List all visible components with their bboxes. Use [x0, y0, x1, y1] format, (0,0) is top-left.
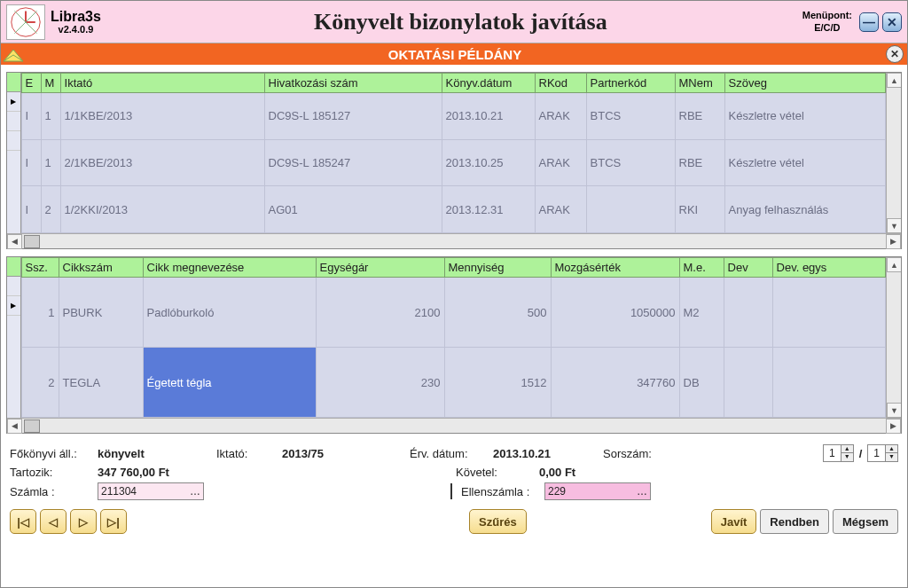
item-grid[interactable]: Ssz. Cikkszám Cikk megnevezése Egységár … — [21, 257, 886, 418]
document-grid[interactable]: E M Iktató Hivatkozási szám Könyv.dátum … — [21, 73, 886, 233]
fkonyv-value: könyvelt — [98, 447, 213, 460]
iktato-value: 2013/75 — [282, 447, 406, 460]
window-title: Könyvelt bizonylatok javítása — [119, 9, 802, 35]
col-devegy[interactable]: Dev. egys — [772, 258, 885, 278]
app-version: v2.4.0.9 — [51, 24, 101, 35]
horizontal-scrollbar[interactable]: ◀ ▶ — [7, 233, 901, 248]
col-m[interactable]: M — [41, 74, 60, 93]
titlebar: Libra3s v2.4.0.9 Könyvelt bizonylatok ja… — [1, 1, 907, 43]
table-row[interactable]: I11/1KBE/2013DC9S-L 1851272013.10.21ARAK… — [21, 93, 885, 140]
col-dev[interactable]: Dev — [724, 258, 772, 278]
kovetel-label: Követel: — [456, 466, 536, 479]
col-ssz[interactable]: Ssz. — [21, 258, 59, 278]
table-row[interactable]: 1PBURKPadlóburkoló21005001050000M2 — [21, 278, 885, 348]
envelope-icon[interactable] — [3, 45, 24, 63]
szamla-input[interactable]: 211304 — [98, 482, 204, 500]
table-row[interactable]: 2TEGLAÉgetett tégla2301512347760DB — [21, 348, 885, 418]
banner-close-button[interactable]: ✕ — [886, 45, 904, 63]
footer-buttons: |◁ ◁ ▷ ▷| Szűrés Javít Rendben Mégsem — [6, 509, 902, 537]
status-area: Főkönyvi áll.: könyvelt Iktató: 2013/75 … — [6, 439, 902, 506]
fkonyv-label: Főkönyvi áll.: — [10, 447, 94, 460]
vertical-scrollbar[interactable]: ▲ ▼ — [886, 257, 901, 418]
col-menny[interactable]: Mennyiség — [444, 258, 551, 278]
col-datum[interactable]: Könyv.dátum — [442, 74, 535, 93]
close-button[interactable]: ✕ — [882, 12, 902, 32]
nav-last-button[interactable]: ▷| — [100, 509, 127, 534]
brand: Libra3s v2.4.0.9 — [51, 9, 101, 35]
item-grid-panel: Ssz. Cikkszám Cikk megnevezése Egységár … — [6, 256, 902, 434]
app-logo — [6, 4, 45, 40]
col-rkod[interactable]: RKod — [535, 74, 586, 93]
nav-prev-button[interactable]: ◁ — [40, 509, 67, 534]
col-egysegar[interactable]: Egységár — [316, 258, 444, 278]
ellenszamla-label: Ellenszámla : — [461, 485, 541, 498]
tartozik-value: 347 760,00 Ft — [98, 466, 452, 479]
row-selector-col[interactable] — [7, 73, 21, 233]
vertical-scrollbar[interactable]: ▲ ▼ — [886, 73, 901, 233]
sorszam-label: Sorszám: — [603, 447, 674, 460]
workspace: E M Iktató Hivatkozási szám Könyv.dátum … — [1, 65, 907, 587]
tartozik-label: Tartozik: — [10, 466, 94, 479]
col-iktato[interactable]: Iktató — [60, 74, 264, 93]
table-row[interactable]: I12/1KBE/2013DC9S-L 1852472013.10.25ARAK… — [21, 139, 885, 186]
menu-code-block: Menüpont: E/C/D — [802, 10, 852, 33]
col-mozgas[interactable]: Mozgásérték — [551, 258, 679, 278]
nav-first-button[interactable]: |◁ — [10, 509, 36, 534]
javit-button[interactable]: Javít — [711, 509, 757, 534]
iktato-label: Iktató: — [216, 447, 278, 460]
col-megnev[interactable]: Cikk megnevezése — [143, 258, 316, 278]
rendben-button[interactable]: Rendben — [760, 509, 829, 534]
minimize-button[interactable]: — — [859, 12, 879, 32]
szamla-label: Számla : — [10, 485, 94, 498]
megsem-button[interactable]: Mégsem — [833, 509, 898, 534]
col-me[interactable]: M.e. — [679, 258, 724, 278]
col-szoveg[interactable]: Szöveg — [724, 74, 885, 93]
ervdatum-label: Érv. dátum: — [410, 447, 489, 460]
szures-button[interactable]: Szűrés — [469, 509, 527, 534]
ervdatum-value: 2013.10.21 — [493, 447, 599, 460]
sorszam-a-stepper[interactable]: 1 ▲▼ — [823, 444, 854, 462]
menu-code-value: E/C/D — [814, 22, 840, 34]
nav-next-button[interactable]: ▷ — [70, 509, 97, 534]
kovetel-value: 0,00 Ft — [539, 466, 575, 479]
horizontal-scrollbar[interactable]: ◀ ▶ — [7, 418, 901, 433]
col-mnem[interactable]: MNem — [675, 74, 724, 93]
banner: OKTATÁSI PÉLDÁNY ✕ — [1, 43, 907, 65]
col-cikkszam[interactable]: Cikkszám — [59, 258, 143, 278]
row-selector-col[interactable] — [7, 257, 21, 418]
col-e[interactable]: E — [21, 74, 41, 93]
banner-title: OKTATÁSI PÉLDÁNY — [24, 47, 886, 62]
sorszam-b-stepper[interactable]: 1 ▲▼ — [867, 444, 898, 462]
document-grid-panel: E M Iktató Hivatkozási szám Könyv.dátum … — [6, 72, 902, 249]
col-hivszam[interactable]: Hivatkozási szám — [264, 74, 442, 93]
menu-code-label: Menüpont: — [802, 10, 852, 21]
app-name: Libra3s — [51, 9, 101, 25]
col-partner[interactable]: Partnerkód — [586, 74, 675, 93]
ellenszamla-input[interactable]: 229 — [544, 482, 651, 500]
table-row[interactable]: I21/2KKI/2013AG012013.12.31ARAKRKIAnyag … — [21, 186, 885, 233]
